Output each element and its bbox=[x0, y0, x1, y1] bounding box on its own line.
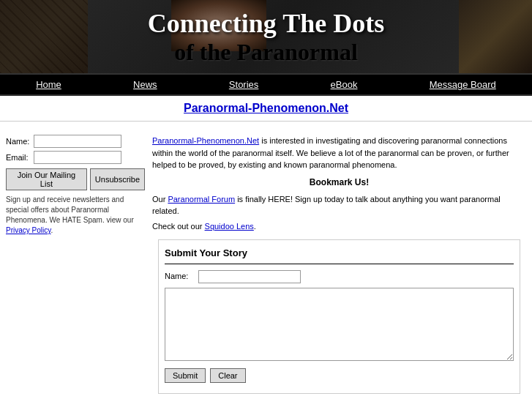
nav-ebook[interactable]: eBook bbox=[323, 78, 365, 92]
privacy-policy-link[interactable]: Privacy Policy bbox=[6, 226, 51, 234]
navbar: Home News Stories eBook Message Board bbox=[0, 73, 532, 96]
unsubscribe-button[interactable]: Unsubscribe bbox=[90, 168, 145, 190]
mailing-buttons: Join Our Mailing List Unsubscribe bbox=[6, 168, 145, 190]
submit-story-button[interactable]: Submit bbox=[165, 368, 206, 383]
top-section: Name: Email: Join Our Mailing List Unsub… bbox=[0, 129, 532, 399]
name-input[interactable] bbox=[34, 135, 121, 148]
bookmark-text: Bookmark Us! bbox=[152, 176, 526, 189]
email-input[interactable] bbox=[34, 151, 121, 164]
name-label: Name: bbox=[6, 137, 34, 146]
mailing-form: Name: Email: Join Our Mailing List Unsub… bbox=[6, 135, 145, 399]
signup-description: Sign up and receive newsletters and spec… bbox=[6, 195, 134, 224]
forum-link[interactable]: Paranormal Forum bbox=[168, 195, 235, 204]
join-mailing-list-button[interactable]: Join Our Mailing List bbox=[6, 168, 87, 190]
nav-news[interactable]: News bbox=[126, 78, 165, 92]
header-banner: Connecting The Dots of the Paranormal bbox=[0, 0, 532, 73]
signup-text: Sign up and receive newsletters and spec… bbox=[6, 195, 145, 236]
squidoo-paragraph: Check out our Squidoo Lens. bbox=[152, 220, 526, 233]
header-title-line2: of the Paranormal bbox=[7, 39, 525, 66]
clear-story-button[interactable]: Clear bbox=[210, 368, 245, 383]
page-title: Paranormal-Phenomenon.Net bbox=[184, 102, 348, 114]
content-wrapper: Paranormal-Phenomenon.Net Name: Email: J… bbox=[0, 96, 532, 399]
header-title: Connecting The Dots of the Paranormal bbox=[0, 1, 532, 73]
email-label: Email: bbox=[6, 153, 34, 162]
submit-story-title: Submit Your Story bbox=[165, 246, 514, 264]
site-description: Paranormal-Phenomenon.Net is interested … bbox=[152, 135, 526, 171]
story-name-label: Name: bbox=[165, 270, 194, 283]
email-row: Email: bbox=[6, 151, 145, 164]
story-textarea[interactable] bbox=[165, 288, 514, 361]
submit-story-section: Submit Your Story Name: Submit Clear bbox=[158, 239, 520, 394]
header-title-line1: Connecting The Dots bbox=[7, 8, 525, 39]
squidoo-text-pre: Check out our bbox=[152, 222, 202, 231]
forum-text-pre: Our bbox=[152, 195, 165, 204]
forum-paragraph: Our Paranormal Forum is finally HERE! Si… bbox=[152, 193, 526, 217]
story-name-input[interactable] bbox=[198, 270, 301, 283]
squidoo-link[interactable]: Squidoo Lens bbox=[205, 222, 254, 231]
page-title-container: Paranormal-Phenomenon.Net bbox=[0, 96, 532, 122]
nav-message-board[interactable]: Message Board bbox=[422, 78, 503, 92]
nav-home[interactable]: Home bbox=[29, 78, 69, 92]
name-row: Name: bbox=[6, 135, 145, 148]
nav-stories[interactable]: Stories bbox=[222, 78, 266, 92]
right-column: Paranormal-Phenomenon.Net is interested … bbox=[152, 135, 526, 399]
story-buttons: Submit Clear bbox=[165, 368, 514, 383]
story-name-row: Name: bbox=[165, 270, 514, 283]
site-link[interactable]: Paranormal-Phenomenon.Net bbox=[152, 136, 259, 145]
